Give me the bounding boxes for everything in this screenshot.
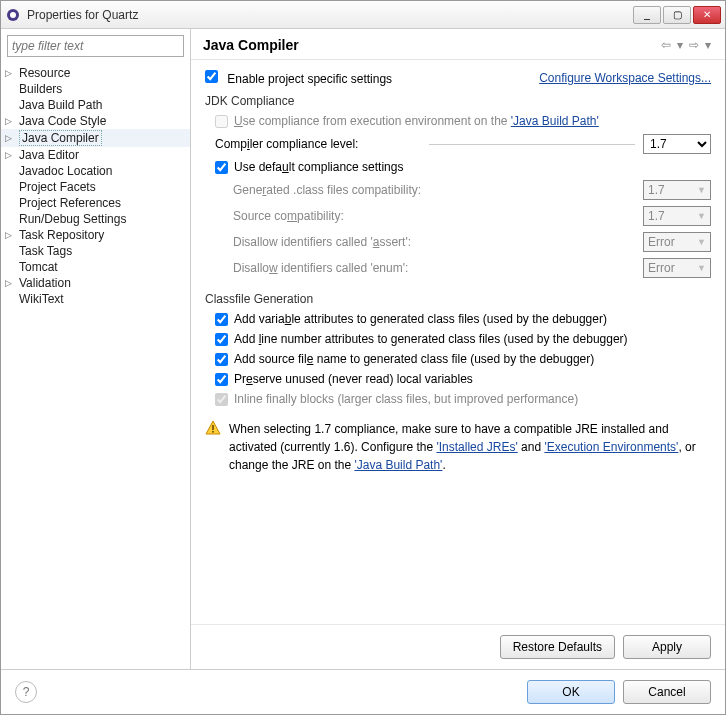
var-attr-label: Add variable attributes to generated cla… — [234, 312, 607, 326]
nav-arrows: ⇦▾ ⇨▾ — [659, 38, 713, 52]
tree-item-label: Tomcat — [19, 260, 58, 274]
java-build-path-link[interactable]: 'Java Build Path' — [511, 114, 599, 128]
forward-arrow-icon[interactable]: ⇨ — [687, 38, 701, 52]
line-attr-label: Add line number attributes to generated … — [234, 332, 628, 346]
tree-item-javadoc-location[interactable]: Javadoc Location — [1, 163, 190, 179]
filter-input[interactable] — [7, 35, 184, 57]
tree-item-label: Project Facets — [19, 180, 96, 194]
source-compat-select: 1.7▼ — [643, 206, 711, 226]
tree-item-project-references[interactable]: Project References — [1, 195, 190, 211]
tree-item-validation[interactable]: ▷Validation — [1, 275, 190, 291]
svg-rect-2 — [212, 425, 214, 430]
main-header: Java Compiler ⇦▾ ⇨▾ — [191, 29, 725, 60]
expand-icon: ▷ — [5, 230, 15, 240]
sidebar: ▷ResourceBuildersJava Build Path▷Java Co… — [1, 29, 191, 669]
ok-button[interactable]: OK — [527, 680, 615, 704]
var-attr-checkbox[interactable] — [215, 313, 228, 326]
enum-select: Error▼ — [643, 258, 711, 278]
tree-item-label: WikiText — [19, 292, 64, 306]
page-button-row: Restore Defaults Apply — [191, 624, 725, 669]
configure-workspace-link[interactable]: Configure Workspace Settings... — [539, 71, 711, 85]
warning-row: When selecting 1.7 compliance, make sure… — [205, 420, 711, 474]
close-button[interactable]: ✕ — [693, 6, 721, 24]
source-compat-label: Source compatibility: — [233, 209, 643, 223]
tree-item-label: Java Compiler — [19, 130, 102, 146]
assert-label: Disallow identifiers called 'assert': — [233, 235, 643, 249]
line-attr-checkbox[interactable] — [215, 333, 228, 346]
classfile-legend: Classfile Generation — [205, 292, 711, 306]
src-file-checkbox[interactable] — [215, 353, 228, 366]
jdk-compliance-group: JDK Compliance UUse compliance from exec… — [205, 94, 711, 278]
tree-item-label: Java Editor — [19, 148, 79, 162]
use-env-label: UUse compliance from execution environme… — [234, 114, 599, 128]
enable-project-specific[interactable]: Enable project specific settings — [205, 70, 392, 86]
minimize-button[interactable]: ⎯ — [633, 6, 661, 24]
use-env-checkbox[interactable] — [215, 115, 228, 128]
tree-item-label: Task Tags — [19, 244, 72, 258]
tree-item-wikitext[interactable]: WikiText — [1, 291, 190, 307]
expand-icon: ▷ — [5, 278, 15, 288]
restore-defaults-button[interactable]: Restore Defaults — [500, 635, 615, 659]
forward-menu-icon[interactable]: ▾ — [703, 38, 713, 52]
compliance-level-label: Compiler compliance level: — [215, 137, 421, 151]
tree-item-task-repository[interactable]: ▷Task Repository — [1, 227, 190, 243]
java-build-path-link-2[interactable]: 'Java Build Path' — [354, 458, 442, 472]
category-tree: ▷ResourceBuildersJava Build Path▷Java Co… — [1, 63, 190, 669]
installed-jres-link[interactable]: 'Installed JREs' — [436, 440, 517, 454]
generated-compat-label: Generated .class files compatibility: — [233, 183, 643, 197]
dialog-footer: ? OK Cancel — [1, 670, 725, 714]
tree-item-java-code-style[interactable]: ▷Java Code Style — [1, 113, 190, 129]
tree-item-label: Resource — [19, 66, 70, 80]
app-icon — [5, 7, 21, 23]
filter-container — [7, 35, 184, 57]
tree-item-label: Java Code Style — [19, 114, 106, 128]
tree-item-label: Java Build Path — [19, 98, 102, 112]
apply-button[interactable]: Apply — [623, 635, 711, 659]
svg-point-1 — [10, 12, 16, 18]
preserve-label: Preserve unused (never read) local varia… — [234, 372, 473, 386]
warning-text: When selecting 1.7 compliance, make sure… — [229, 420, 711, 474]
tree-item-resource[interactable]: ▷Resource — [1, 65, 190, 81]
content-area: Enable project specific settings Configu… — [191, 60, 725, 624]
main-panel: Java Compiler ⇦▾ ⇨▾ Enable project speci… — [191, 29, 725, 669]
maximize-button[interactable]: ▢ — [663, 6, 691, 24]
cancel-button[interactable]: Cancel — [623, 680, 711, 704]
src-file-label: Add source file name to generated class … — [234, 352, 594, 366]
tree-item-java-editor[interactable]: ▷Java Editor — [1, 147, 190, 163]
enable-project-checkbox[interactable] — [205, 70, 218, 83]
expand-icon: ▷ — [5, 68, 15, 78]
tree-item-label: Project References — [19, 196, 121, 210]
tree-item-java-compiler[interactable]: ▷Java Compiler — [1, 129, 190, 147]
help-button[interactable]: ? — [15, 681, 37, 703]
window-title: Properties for Quartz — [27, 8, 633, 22]
tree-item-tomcat[interactable]: Tomcat — [1, 259, 190, 275]
tree-item-label: Validation — [19, 276, 71, 290]
page-title: Java Compiler — [203, 37, 659, 53]
inline-checkbox — [215, 393, 228, 406]
tree-item-builders[interactable]: Builders — [1, 81, 190, 97]
preserve-checkbox[interactable] — [215, 373, 228, 386]
execution-environments-link[interactable]: 'Execution Environments' — [544, 440, 678, 454]
compliance-level-select[interactable]: 1.7 — [643, 134, 711, 154]
generated-compat-select: 1.7▼ — [643, 180, 711, 200]
classfile-group: Classfile Generation Add variable attrib… — [205, 292, 711, 406]
expand-icon: ▷ — [5, 150, 15, 160]
titlebar: Properties for Quartz ⎯ ▢ ✕ — [1, 1, 725, 29]
use-default-checkbox[interactable] — [215, 161, 228, 174]
tree-item-java-build-path[interactable]: Java Build Path — [1, 97, 190, 113]
expand-icon: ▷ — [5, 133, 15, 143]
window-buttons: ⎯ ▢ ✕ — [633, 6, 721, 24]
tree-item-task-tags[interactable]: Task Tags — [1, 243, 190, 259]
assert-select: Error▼ — [643, 232, 711, 252]
tree-item-label: Run/Debug Settings — [19, 212, 126, 226]
back-arrow-icon[interactable]: ⇦ — [659, 38, 673, 52]
expand-icon: ▷ — [5, 116, 15, 126]
use-default-label: Use default compliance settings — [234, 160, 403, 174]
jdk-legend: JDK Compliance — [205, 94, 711, 108]
tree-item-project-facets[interactable]: Project Facets — [1, 179, 190, 195]
back-menu-icon[interactable]: ▾ — [675, 38, 685, 52]
enable-project-label: Enable project specific settings — [227, 72, 392, 86]
tree-item-run-debug-settings[interactable]: Run/Debug Settings — [1, 211, 190, 227]
enum-label: Disallow identifiers called 'enum': — [233, 261, 643, 275]
tree-item-label: Builders — [19, 82, 62, 96]
